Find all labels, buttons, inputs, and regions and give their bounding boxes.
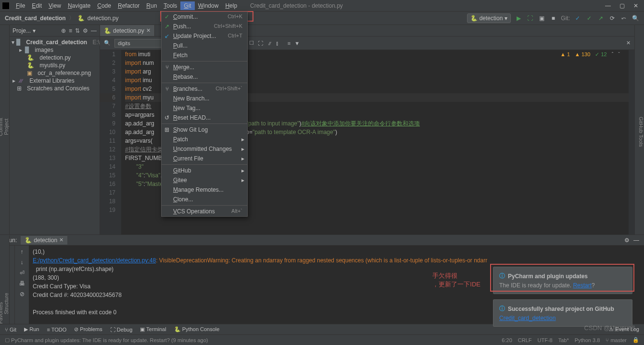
favorites-tool-tab[interactable]: Favorites — [0, 239, 3, 324]
menu-item-new-branch---[interactable]: New Branch... — [162, 94, 247, 103]
run-config-dropdown[interactable]: 🐍 detection ▾ — [467, 13, 511, 23]
notification-update[interactable]: ⓘPyCharm and plugin updates The IDE is r… — [493, 267, 632, 294]
update-icon[interactable]: ✓ — [574, 14, 581, 22]
python-console-tab[interactable]: 🐍 Python Console — [174, 326, 220, 333]
menu-navigate[interactable]: Navigate — [64, 1, 94, 10]
github-tools-tab[interactable]: GitHub Tools — [638, 117, 644, 147]
close-search-icon[interactable]: ✕ — [626, 40, 631, 46]
print-icon[interactable]: 🖶 — [19, 280, 25, 287]
tree-folder-images[interactable]: ▸▉ images — [10, 46, 100, 54]
menu-item-uncommitted-changes[interactable]: Uncommitted Changes▸ — [162, 144, 247, 154]
status-encoding[interactable]: UTF-8 — [538, 337, 553, 343]
menu-item-update-project---[interactable]: ↙Update Project...Ctrl+T — [162, 31, 247, 41]
push-icon[interactable]: ↗ — [597, 14, 605, 22]
status-branch[interactable]: ⑂ master — [606, 337, 627, 343]
menu-run[interactable]: Run — [143, 1, 160, 10]
menu-item-pull---[interactable]: Pull... — [162, 41, 247, 50]
history-icon[interactable]: ⟳ — [608, 14, 616, 22]
menu-code[interactable]: Code — [94, 1, 114, 10]
status-icon[interactable]: ▢ — [5, 337, 10, 343]
menu-view[interactable]: View — [45, 1, 64, 10]
wrap-icon[interactable]: ⏎ — [20, 270, 25, 276]
maximize-icon[interactable]: ▢ — [619, 2, 625, 9]
down-icon[interactable]: ↓ — [21, 259, 24, 266]
menu-item-clone---[interactable]: Clone... — [162, 195, 247, 204]
project-tool-tab[interactable]: Project — [3, 29, 9, 225]
menu-item-show-git-log[interactable]: ⊞Show Git Log — [162, 125, 247, 135]
menu-edit[interactable]: Edit — [28, 1, 45, 10]
breadcrumb-project[interactable]: Credit_card_detection — [5, 15, 66, 22]
filter2-icon[interactable]: ⫿ — [276, 40, 279, 46]
todo-tab[interactable]: ≡ TODO — [47, 327, 66, 333]
status-interpreter[interactable]: Python 3.8 — [575, 337, 600, 343]
terminal-tab[interactable]: ▣ Terminal — [140, 326, 166, 333]
lock-icon[interactable]: 🔒 — [632, 337, 639, 343]
up-icon[interactable]: ↑ — [21, 248, 24, 255]
menu-git[interactable]: Git — [180, 1, 194, 10]
hide-icon[interactable]: — — [633, 237, 639, 244]
search-icon[interactable]: 🔍 — [631, 14, 639, 22]
menu-item-reset-head---[interactable]: ↺Reset HEAD... — [162, 113, 247, 123]
structure-tool-tab[interactable]: Structure — [3, 239, 9, 314]
debug-icon[interactable]: ⛶ — [526, 14, 534, 22]
tree-external-libraries[interactable]: ▸⫻ External Libraries — [10, 77, 100, 85]
menu-item-github[interactable]: GitHub▸ — [162, 166, 247, 175]
menu-item-commit---[interactable]: ✓Commit...Ctrl+K — [162, 12, 247, 22]
tree-root[interactable]: ▾▉ Credit_card_detection E:\pyt — [10, 38, 100, 46]
menu-item-gitee[interactable]: Gitee▸ — [162, 175, 247, 185]
menu-item-vcs-operations[interactable]: VCS OperationsAlt+` — [162, 207, 247, 216]
stop-icon[interactable]: ■ — [549, 14, 557, 22]
problems-tab[interactable]: ⊘ Problems — [74, 326, 102, 333]
menu-file[interactable]: File — [13, 1, 28, 10]
run-tab[interactable]: 🐍 detection ✕ — [21, 236, 67, 245]
filter-icon[interactable]: ⫽ — [267, 40, 272, 46]
new-window-icon[interactable]: ⛶ — [258, 40, 263, 46]
funnel-icon[interactable]: ▼ — [294, 40, 300, 46]
commit-icon[interactable]: ✓ — [585, 14, 593, 22]
close-tab-icon[interactable]: ✕ — [146, 27, 151, 34]
tree-scratches[interactable]: ⊞ Scratches and Consoles — [10, 85, 100, 92]
menu-item-rebase---[interactable]: Rebase... — [162, 72, 247, 82]
menu-refactor[interactable]: Refactor — [114, 1, 143, 10]
tree-file[interactable]: 🐍 detection.py — [10, 54, 100, 62]
target-icon[interactable]: ⊕ — [61, 27, 66, 34]
menu-item-push---[interactable]: ↗Push...Ctrl+Shift+K — [162, 22, 247, 31]
hide-icon[interactable]: — — [91, 27, 97, 34]
chevron-down-icon[interactable]: ▾ — [33, 27, 36, 34]
menu-item-manage-remotes---[interactable]: Manage Remotes... — [162, 185, 247, 195]
status-line-sep[interactable]: CRLF — [518, 337, 532, 343]
run-icon[interactable]: ▶ — [515, 14, 522, 22]
expand-icon[interactable]: ⇅ — [75, 27, 80, 34]
run-tab[interactable]: ▶ Run — [24, 326, 39, 333]
status-position[interactable]: 6:20 — [502, 337, 512, 343]
gear-icon[interactable]: ⚙ — [624, 237, 630, 244]
editor-tab[interactable]: 🐍 detection.py ✕ — [100, 25, 155, 36]
minimize-icon[interactable]: — — [605, 2, 611, 9]
gear-icon[interactable]: ⚙ — [83, 27, 88, 34]
git-tab[interactable]: ⑂ Git — [5, 327, 16, 333]
inspector-widget[interactable]: ▲ 1 ▲ 130 ✓ 12 ˆˇ — [560, 51, 620, 58]
select-all-icon[interactable]: ☐ — [249, 40, 254, 46]
restart-link[interactable]: Restart — [573, 282, 592, 289]
clear-icon[interactable]: ⊘ — [20, 291, 25, 297]
menu-help[interactable]: Help — [222, 1, 240, 10]
settings-icon[interactable]: ≡ — [288, 40, 290, 46]
menu-window[interactable]: Window — [195, 1, 222, 10]
collapse-icon[interactable]: ≡ — [69, 27, 72, 34]
menu-item-new-tag---[interactable]: New Tag... — [162, 103, 247, 113]
commit-tool-tab[interactable]: Commit — [0, 29, 3, 225]
breadcrumb-file[interactable]: detection.py — [88, 15, 119, 22]
debug-tab[interactable]: ⛶ Debug — [110, 327, 132, 333]
menu-item-current-file[interactable]: Current File▸ — [162, 154, 247, 163]
menu-item-branches---[interactable]: ⑂Branches...Ctrl+Shift+` — [162, 84, 247, 94]
menu-item-merge---[interactable]: ⑂Merge... — [162, 62, 247, 72]
tree-file[interactable]: 🐍 myutils.py — [10, 62, 100, 69]
minimap[interactable] — [629, 50, 634, 234]
coverage-icon[interactable]: ▣ — [538, 14, 545, 22]
close-icon[interactable]: ✕ — [633, 2, 638, 9]
status-indent[interactable]: Tab* — [558, 337, 569, 343]
menu-item-patch[interactable]: Patch▸ — [162, 135, 247, 144]
notification-github[interactable]: ⓘSuccessfully shared project on GitHub C… — [493, 299, 632, 327]
tree-file[interactable]: ▣ ocr_a_reference.png — [10, 69, 100, 77]
revert-icon[interactable]: ⤺ — [620, 14, 628, 22]
